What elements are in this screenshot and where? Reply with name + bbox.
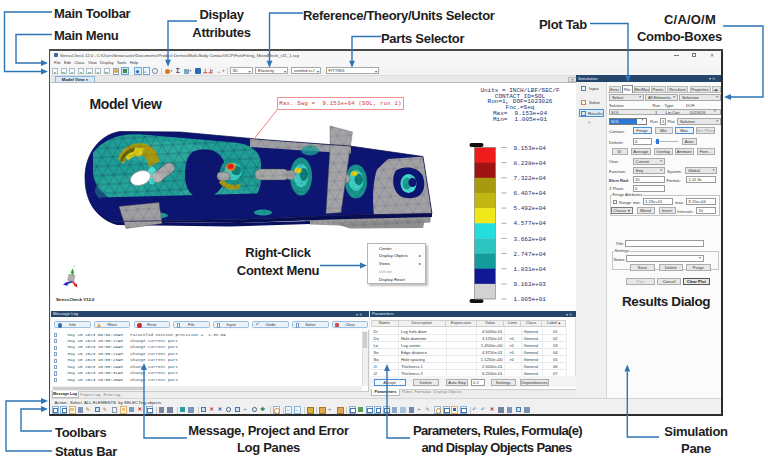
svg-text:Y: Y (73, 265, 75, 269)
svg-text:3.662e+04: 3.662e+04 (514, 235, 547, 242)
svg-text:5.492e+04: 5.492e+04 (514, 205, 547, 212)
svg-text:9.153e+04: 9.153e+04 (514, 144, 547, 151)
svg-text:7.322e+04: 7.322e+04 (514, 175, 547, 182)
svg-text:9.162e+03: 9.162e+03 (514, 281, 547, 288)
svg-text:4.577e+04: 4.577e+04 (514, 220, 547, 227)
svg-text:1.831e+04: 1.831e+04 (514, 265, 547, 272)
svg-text:2.747e+04: 2.747e+04 (514, 250, 547, 257)
svg-text:8.238e+04: 8.238e+04 (514, 159, 547, 166)
svg-text:1.005e+01: 1.005e+01 (514, 296, 547, 303)
svg-text:6.407e+04: 6.407e+04 (514, 190, 547, 197)
